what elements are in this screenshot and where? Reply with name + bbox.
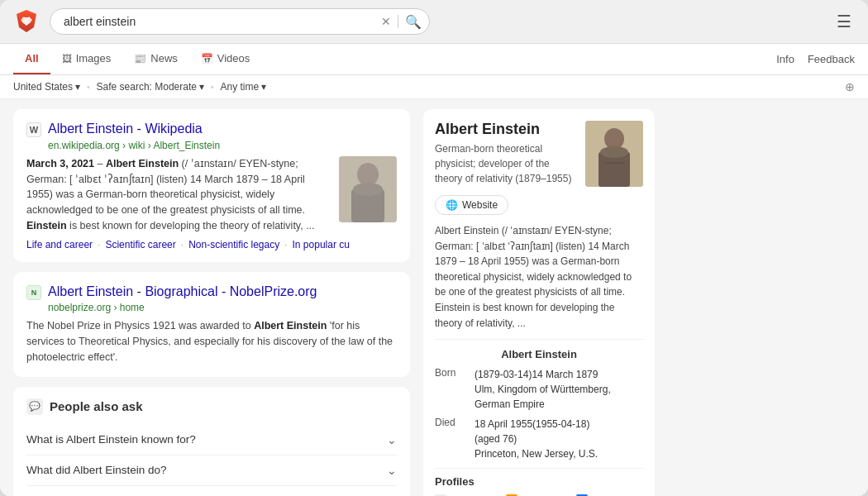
paa-question-1-text: What is Albert Einstein known for? <box>26 433 196 446</box>
search-bar-wrapper: ✕ 🔍 <box>50 8 430 35</box>
tab-all[interactable]: All <box>13 44 50 74</box>
paa-question-2[interactable]: What did Albert Einstein do? ⌄ <box>26 455 397 486</box>
nobel-source-icon: N <box>26 285 41 300</box>
svg-point-3 <box>353 183 383 196</box>
result-body-wikipedia: March 3, 2021 – Albert Einstein (/ ˈaɪns… <box>26 156 397 234</box>
kc-infobox-title: Albert Einstein <box>435 348 643 360</box>
main-content: W Albert Einstein - Wikipedia en.wikiped… <box>0 99 868 496</box>
nav-right-links: Info Feedback <box>776 53 855 65</box>
kc-died-row: Died 18 April 1955(1955-04-18)(aged 76)P… <box>435 417 643 461</box>
svg-rect-8 <box>603 162 625 164</box>
info-link[interactable]: Info <box>776 53 794 65</box>
tab-news-label: News <box>150 52 178 64</box>
wikipedia-result-thumbnail <box>339 156 397 222</box>
feedback-link[interactable]: Feedback <box>808 53 855 65</box>
kc-website-button[interactable]: 🌐 Website <box>435 195 508 215</box>
kc-photo <box>585 121 643 187</box>
search-result-nobel: N Albert Einstein - Biographical - Nobel… <box>13 272 410 377</box>
paa-chevron-2-icon: ⌄ <box>387 464 397 477</box>
time-chevron-icon: ▾ <box>261 81 266 93</box>
result-title-row-2: N Albert Einstein - Biographical - Nobel… <box>26 284 397 301</box>
paa-title: People also ask <box>50 399 143 413</box>
paa-chevron-1-icon: ⌄ <box>387 433 397 446</box>
filter-sep-1: • <box>87 83 90 92</box>
kc-title-block: Albert Einstein German-born theoretical … <box>435 121 577 187</box>
kc-name: Albert Einstein <box>435 121 577 138</box>
safe-search-filter[interactable]: Safe search: Moderate ▾ <box>97 81 204 93</box>
safe-search-label: Safe search: Moderate <box>97 81 197 93</box>
clear-search-button[interactable]: ✕ <box>379 13 393 30</box>
people-also-ask-card: 💬 People also ask What is Albert Einstei… <box>13 387 410 496</box>
kc-website-label: Website <box>462 199 498 211</box>
left-column: W Albert Einstein - Wikipedia en.wikiped… <box>13 109 410 496</box>
svg-point-7 <box>600 146 628 158</box>
kc-description: Albert Einstein (/ ˈaɪnstaɪn/ EYEN-styne… <box>435 223 643 340</box>
wiki-source-icon: W <box>26 122 41 137</box>
tab-news[interactable]: 📰 News <box>122 44 189 74</box>
result-title-row-1: W Albert Einstein - Wikipedia <box>26 121 397 138</box>
paa-question-1[interactable]: What is Albert Einstein known for? ⌄ <box>26 425 397 455</box>
tab-images-label: Images <box>76 52 112 64</box>
region-filter[interactable]: United States ▾ <box>13 81 80 93</box>
kc-died-label: Died <box>435 417 468 461</box>
region-filter-label: United States <box>13 81 73 93</box>
paa-header: 💬 People also ask <box>26 398 397 415</box>
search-divider <box>398 15 398 28</box>
kc-header: Albert Einstein German-born theoretical … <box>435 121 643 187</box>
result-url-wikipedia: en.wikipedia.org › wiki › Albert_Einstei… <box>48 140 397 151</box>
kc-died-value: 18 April 1955(1955-04-18)(aged 76)Prince… <box>475 417 643 461</box>
result-link-life[interactable]: Life and career <box>26 239 93 250</box>
svg-point-1 <box>357 163 379 186</box>
result-url-nobel: nobelprize.org › home <box>48 302 397 313</box>
time-filter-label: Any time <box>220 81 259 93</box>
knowledge-card: Albert Einstein German-born theoretical … <box>423 109 655 496</box>
filter-help-icon[interactable]: ⊕ <box>845 80 855 93</box>
right-column: Albert Einstein German-born theoretical … <box>423 109 655 496</box>
result-body-nobel: The Nobel Prize in Physics 1921 was awar… <box>26 318 397 365</box>
result-snippet-nobel: The Nobel Prize in Physics 1921 was awar… <box>26 318 397 365</box>
browser-bar: ✕ 🔍 ☰ <box>0 0 868 44</box>
brave-logo-icon <box>13 8 40 35</box>
browser-window: ✕ 🔍 ☰ All 🖼 Images 📰 News 📅 Videos Info … <box>0 0 868 496</box>
result-link-scientific[interactable]: Scientific career <box>105 239 175 250</box>
result-title-nobel[interactable]: Albert Einstein - Biographical - NobelPr… <box>48 284 317 301</box>
videos-icon: 📅 <box>201 53 213 64</box>
nav-tabs: All 🖼 Images 📰 News 📅 Videos Info Feedba… <box>0 44 868 75</box>
globe-icon: 🌐 <box>446 199 458 211</box>
result-link-popular[interactable]: In popular cu <box>293 239 350 250</box>
search-bar-icons: ✕ 🔍 <box>379 12 423 31</box>
region-chevron-icon: ▾ <box>75 81 80 93</box>
kc-subtitle: German-born theoretical physicist; devel… <box>435 141 577 186</box>
paa-icon: 💬 <box>26 398 43 415</box>
result-snippet-wikipedia: March 3, 2021 – Albert Einstein (/ ˈaɪns… <box>26 156 331 234</box>
search-button[interactable]: 🔍 <box>403 12 423 31</box>
tab-videos-label: Videos <box>217 52 250 64</box>
kc-born-label: Born <box>435 367 468 412</box>
paa-question-2-text: What did Albert Einstein do? <box>26 464 167 476</box>
images-icon: 🖼 <box>62 53 72 64</box>
time-filter[interactable]: Any time ▾ <box>220 81 266 93</box>
result-links-wikipedia: Life and career · Scientific career · No… <box>26 239 397 250</box>
result-title-wikipedia[interactable]: Albert Einstein - Wikipedia <box>48 121 203 138</box>
kc-profiles-title: Profiles <box>435 475 643 488</box>
result-link-legacy[interactable]: Non-scientific legacy <box>188 239 279 250</box>
news-icon: 📰 <box>134 53 146 64</box>
kc-born-row: Born (1879-03-14)14 March 1879Ulm, Kingd… <box>435 367 643 412</box>
tab-images[interactable]: 🖼 Images <box>50 44 123 74</box>
kc-divider <box>435 468 643 469</box>
filter-sep-2: • <box>211 83 214 92</box>
tab-all-label: All <box>25 52 39 64</box>
kc-born-value: (1879-03-14)14 March 1879Ulm, Kingdom of… <box>475 367 643 412</box>
search-input[interactable] <box>50 8 430 35</box>
search-result-wikipedia: W Albert Einstein - Wikipedia en.wikiped… <box>13 109 410 262</box>
tab-videos[interactable]: 📅 Videos <box>189 44 262 74</box>
paa-question-3[interactable]: What was Albert Einstein's family like? … <box>26 486 397 496</box>
safe-search-chevron-icon: ▾ <box>199 81 204 93</box>
filter-bar: United States ▾ • Safe search: Moderate … <box>0 75 868 99</box>
hamburger-menu-button[interactable]: ☰ <box>833 8 855 35</box>
